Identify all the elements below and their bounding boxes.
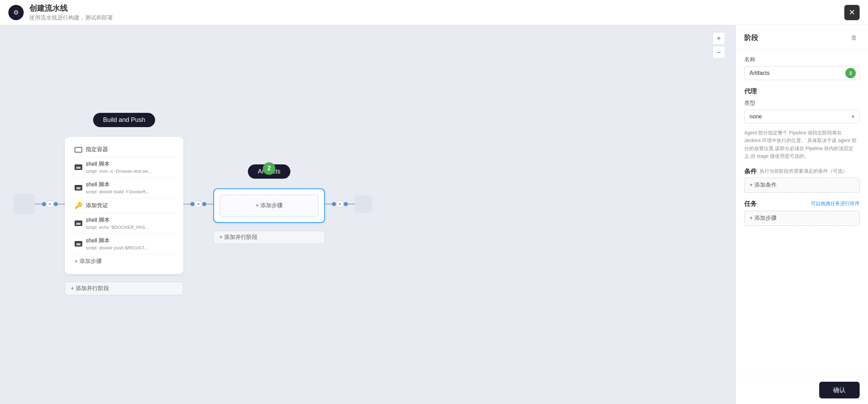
page-title: 创建流水线 xyxy=(29,3,113,14)
shell-step-1-content: shell 脚本 script mvn -o -Dmaven.test.ski.… xyxy=(86,161,174,174)
stage-2-card: + 添加步骤 xyxy=(213,188,325,223)
right-panel-title: 阶段 xyxy=(744,33,758,42)
connector-dot-5 xyxy=(332,202,336,206)
connector-dot xyxy=(42,202,46,206)
shell-step-3[interactable]: shell 脚本 script echo "$DOCKER_PAS... xyxy=(70,213,178,234)
main-container: + − + Build and Push xyxy=(0,25,868,404)
confirm-button[interactable]: 确认 xyxy=(819,382,860,398)
connector-line-6 xyxy=(348,204,355,204)
page-subtitle: 使用流水线进行构建，测试和部署 xyxy=(29,14,113,22)
shell-step-3-content: shell 脚本 script echo "$DOCKER_PAS... xyxy=(86,217,174,230)
stage-2-label-wrapper: 2 Artifacts xyxy=(248,164,290,184)
connector-line-3 xyxy=(183,204,190,204)
stage-2-wrapper: 2 Artifacts + 添加步骤 + 添加并行阶段 xyxy=(213,164,325,244)
shell-step-1-title: shell 脚本 xyxy=(86,161,174,168)
tasks-title: 任务 xyxy=(744,200,757,208)
zoom-out-button[interactable]: − xyxy=(713,46,725,59)
connector-dot-6 xyxy=(344,202,348,206)
right-panel-header: 阶段 🗑 xyxy=(736,25,868,49)
connector-line-2 xyxy=(58,204,65,204)
tasks-section: 任务 可以拖拽任务进行排序 + 添加步骤 xyxy=(744,200,860,226)
agent-description: Agent 部分指定整个 Pipeline 或特定阶段将在 Jenkins 环境… xyxy=(744,129,860,160)
stage-1-wrapper: Build and Push 指定容器 shell 脚本 xyxy=(65,113,183,295)
conditions-section: 条件 执行当前阶段所需要满足的条件（可选） + 添加条件 xyxy=(744,167,860,193)
right-panel: 阶段 🗑 名称 3 代理 类型 none any label node dock… xyxy=(736,25,868,404)
shell-step-3-script: script echo "$DOCKER_PAS... xyxy=(86,225,162,230)
add-condition-button[interactable]: + 添加条件 xyxy=(744,178,860,193)
right-panel-body: 名称 3 代理 类型 none any label node docker ▼ … xyxy=(736,49,868,376)
header-info: 创建流水线 使用流水线进行构建，测试和部署 xyxy=(29,3,113,22)
shell-step-4-script: script docker push $REGIST... xyxy=(86,245,162,250)
name-badge: 3 xyxy=(845,68,856,78)
shell-step-4[interactable]: shell 脚本 script docker push $REGIST... xyxy=(70,234,178,254)
logo-icon: ⚙ xyxy=(8,5,24,20)
connector-plus-btn[interactable]: + xyxy=(46,200,54,208)
key-icon: 🔑 xyxy=(75,202,82,209)
stage-1-card: 指定容器 shell 脚本 script mvn -o -Dmaven.test… xyxy=(65,137,183,274)
conditions-header: 条件 执行当前阶段所需要满足的条件（可选） xyxy=(744,167,860,176)
pipeline-canvas: + − + Build and Push xyxy=(0,25,736,404)
shell-step-2[interactable]: shell 脚本 script docker build -f Dockerfl… xyxy=(70,178,178,198)
tasks-hint: 可以拖拽任务进行排序 xyxy=(811,201,860,207)
header-left: ⚙ 创建流水线 使用流水线进行构建，测试和部署 xyxy=(8,3,113,22)
shell-icon-2 xyxy=(75,185,82,191)
zoom-in-button[interactable]: + xyxy=(713,32,725,45)
middle-connector: + xyxy=(183,200,213,208)
stage-1-label-wrapper: Build and Push xyxy=(93,113,155,133)
zoom-controls: + − xyxy=(713,32,725,59)
stage-1-parallel-wrapper: + 添加并行阶段 xyxy=(65,278,183,295)
shell-step-1[interactable]: shell 脚本 script mvn -o -Dmaven.test.ski.… xyxy=(70,157,178,178)
connector-plus-btn-3[interactable]: + xyxy=(336,200,344,208)
shell-step-3-title: shell 脚本 xyxy=(86,217,174,224)
name-input[interactable] xyxy=(745,67,845,80)
shell-step-4-title: shell 脚本 xyxy=(86,237,174,244)
ghost-right-block xyxy=(355,195,372,213)
shell-icon-4 xyxy=(75,241,82,247)
connector-plus-btn-2[interactable]: + xyxy=(195,200,202,208)
name-input-wrapper: 3 xyxy=(744,66,860,80)
stage-1-add-parallel-button[interactable]: + 添加并行阶段 xyxy=(65,282,183,295)
header: ⚙ 创建流水线 使用流水线进行构建，测试和部署 ✕ xyxy=(0,0,868,25)
pipeline-flow: + Build and Push 指定容器 xyxy=(14,113,372,295)
delete-stage-button[interactable]: 🗑 xyxy=(848,32,860,43)
right-connector: + xyxy=(325,195,372,213)
credential-step[interactable]: 🔑 添加凭证 xyxy=(70,198,178,213)
type-field-label: 类型 xyxy=(744,100,860,107)
conditions-subtitle: 执行当前阶段所需要满足的条件（可选） xyxy=(760,168,847,174)
connector-line-4 xyxy=(206,204,213,204)
stage-2-add-parallel-button[interactable]: + 添加并行阶段 xyxy=(213,231,325,244)
shell-step-1-script: script mvn -o -Dmaven.test.ski... xyxy=(86,169,162,174)
left-ghost-connector: + xyxy=(14,194,65,215)
type-select-wrapper: none any label node docker ▼ xyxy=(744,110,860,123)
shell-icon-3 xyxy=(75,220,82,226)
ghost-left-block xyxy=(14,194,35,215)
credential-content: 添加凭证 xyxy=(86,202,174,209)
pipeline-flow-area: + Build and Push 指定容器 xyxy=(0,25,736,404)
specify-container-step[interactable]: 指定容器 xyxy=(70,142,178,157)
agent-section-label: 代理 xyxy=(744,87,860,95)
stage-2-add-step-button[interactable]: + 添加步骤 xyxy=(220,195,319,217)
close-button[interactable]: ✕ xyxy=(844,5,860,20)
type-select[interactable]: none any label node docker xyxy=(744,110,860,123)
container-icon xyxy=(75,147,82,153)
right-panel-footer: 确认 xyxy=(736,376,868,404)
stage-1-add-step-button[interactable]: + 添加步骤 xyxy=(70,254,178,269)
connector-line xyxy=(35,204,42,204)
connector-dot-4 xyxy=(202,202,206,206)
add-step-panel-button[interactable]: + 添加步骤 xyxy=(744,211,860,226)
shell-icon-1 xyxy=(75,164,82,170)
connector-line-5 xyxy=(325,204,332,204)
connector-dot-2 xyxy=(54,202,58,206)
shell-step-2-script: script docker build -f Dockerfl... xyxy=(86,189,162,194)
connector-dot-3 xyxy=(190,202,195,206)
shell-step-2-title: shell 脚本 xyxy=(86,181,174,188)
credential-title: 添加凭证 xyxy=(86,202,174,209)
stage-2-parallel-wrapper: + 添加并行阶段 xyxy=(213,227,325,244)
shell-step-4-content: shell 脚本 script docker push $REGIST... xyxy=(86,237,174,250)
stage-1-label[interactable]: Build and Push xyxy=(93,113,155,127)
specify-container-title: 指定容器 xyxy=(86,146,108,153)
conditions-title: 条件 xyxy=(744,167,757,176)
shell-step-2-content: shell 脚本 script docker build -f Dockerfl… xyxy=(86,181,174,194)
tasks-header: 任务 可以拖拽任务进行排序 xyxy=(744,200,860,208)
stage-2-badge: 2 xyxy=(263,162,275,175)
